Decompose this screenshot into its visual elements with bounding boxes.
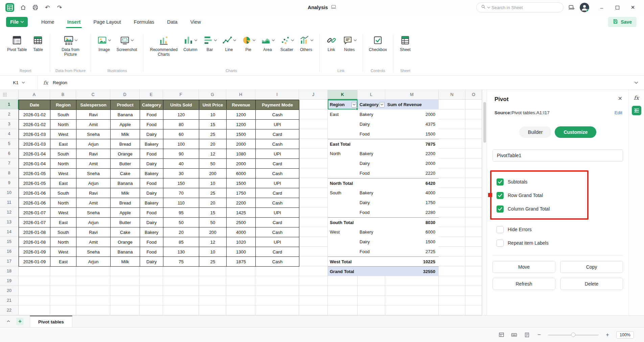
cell-L7[interactable]: Dairy	[358, 158, 385, 168]
row-header-5[interactable]: 5	[0, 139, 19, 149]
link-button[interactable]: Link	[323, 33, 340, 53]
recommended-charts-button[interactable]: Recommended Charts	[147, 33, 180, 58]
vertical-scrollbar-thumb[interactable]	[483, 102, 486, 143]
cell-E16[interactable]: Food	[140, 247, 163, 257]
cell-A11[interactable]: 2026-01-06	[19, 198, 50, 208]
cell-I10[interactable]: Card	[256, 188, 299, 198]
cell-I5[interactable]: Cash	[256, 139, 299, 149]
cell-H3[interactable]: 1200	[227, 120, 256, 129]
cell-G7[interactable]: 50	[199, 159, 227, 169]
cell-K5[interactable]: East Total	[328, 139, 385, 149]
column-header-l[interactable]: L	[358, 90, 385, 100]
cell-B6[interactable]: South	[50, 149, 76, 159]
chevron-down-icon[interactable]	[310, 40, 313, 41]
cell-H11[interactable]: 2200	[227, 198, 256, 208]
grid-body[interactable]: DateRegionSalespersonProductCategoryUnit…	[19, 100, 482, 315]
row-header-15[interactable]: 15	[0, 237, 19, 247]
column-header-m[interactable]: M	[385, 90, 439, 100]
user-avatar[interactable]	[580, 3, 589, 12]
column-header-k[interactable]: K	[328, 90, 358, 100]
pivot-table-name-input[interactable]	[492, 149, 623, 162]
cell-G17[interactable]: 25	[199, 257, 227, 267]
column-grand-total-option[interactable]: Column Grand Total	[487, 202, 628, 216]
repeat-item-labels-option[interactable]: Repeat item Labels	[487, 236, 628, 250]
search-box[interactable]	[476, 2, 564, 13]
cell-M10[interactable]: 4000	[385, 188, 439, 198]
cell-D2[interactable]: Banana	[111, 110, 140, 120]
cell-E11[interactable]: Bakery	[140, 198, 163, 208]
ribbon-tab-formulas[interactable]: Formulas	[129, 15, 160, 29]
cell-G11[interactable]: 20	[199, 198, 227, 208]
cell-K2[interactable]: East	[328, 109, 358, 119]
cell-C13[interactable]: Arjun	[76, 218, 111, 227]
cell-H17[interactable]: 1875	[227, 257, 256, 267]
maximize-button[interactable]	[610, 2, 625, 13]
cell-G9[interactable]: 10	[199, 178, 227, 188]
cell-M12[interactable]: 2280	[385, 207, 439, 217]
cell-B12[interactable]: West	[50, 208, 76, 218]
ribbon-tab-home[interactable]: Home	[36, 15, 60, 29]
cell-F5[interactable]: 100	[163, 139, 199, 149]
column-header-o[interactable]: O	[465, 90, 482, 100]
column-header-j[interactable]: J	[299, 90, 328, 100]
chevron-down-icon[interactable]	[253, 40, 255, 41]
scatter-button[interactable]: Scatter	[278, 33, 296, 53]
cell-D16[interactable]: Banana	[111, 247, 140, 257]
cell-M11[interactable]: 1750	[385, 198, 439, 207]
cell-E3[interactable]: Food	[140, 120, 163, 129]
home-icon[interactable]	[20, 4, 26, 11]
subtotals-option[interactable]: Subtotals	[487, 175, 628, 189]
app-logo-icon[interactable]	[5, 3, 14, 12]
cell-E14[interactable]: Bakery	[140, 227, 163, 237]
cell-D10[interactable]: Milk	[111, 188, 140, 198]
cell-L1[interactable]: Category	[358, 100, 385, 109]
cell-G8[interactable]: 200	[199, 169, 227, 178]
cell-A9[interactable]: 2026-01-05	[19, 178, 50, 188]
cell-E15[interactable]: Food	[140, 237, 163, 247]
cell-I2[interactable]: Cash	[256, 110, 299, 120]
grid-view-icon[interactable]	[498, 332, 505, 338]
hide-errors-option[interactable]: Hide Errors	[487, 223, 628, 236]
cell-H1[interactable]: Revenue	[227, 100, 256, 110]
cell-L12[interactable]: Food	[358, 207, 385, 217]
cell-M15[interactable]: 1500	[385, 237, 439, 247]
cell-K17[interactable]: West Total	[328, 256, 385, 266]
cell-H4[interactable]: 1500	[227, 129, 256, 139]
cell-A8[interactable]: 2026-01-05	[19, 169, 50, 178]
copy-button[interactable]: Copy	[560, 261, 623, 273]
cell-K8[interactable]	[328, 168, 358, 178]
cell-L15[interactable]: Dairy	[358, 237, 385, 247]
cell-M14[interactable]: 6000	[385, 227, 439, 237]
cell-A10[interactable]: 2026-01-06	[19, 188, 50, 198]
cell-B5[interactable]: East	[50, 139, 76, 149]
cell-M1[interactable]: Sum of Revenue	[385, 100, 439, 109]
move-button[interactable]: Move	[492, 261, 555, 273]
row-header-16[interactable]: 16	[0, 247, 19, 256]
zoom-slider[interactable]	[548, 333, 599, 337]
row-header-7[interactable]: 7	[0, 158, 19, 168]
cell-L14[interactable]: Bakery	[358, 227, 385, 237]
cell-B13[interactable]: East	[50, 218, 76, 227]
cell-I3[interactable]: UPI	[256, 120, 299, 129]
cell-G14[interactable]: 200	[199, 227, 227, 237]
cell-M13[interactable]: 8030	[385, 217, 439, 227]
chevron-down-icon[interactable]	[75, 40, 77, 41]
row-header-8[interactable]: 8	[0, 168, 19, 178]
cell-E10[interactable]: Dairy	[140, 188, 163, 198]
pie-button[interactable]: Pie	[239, 33, 258, 53]
cell-E9[interactable]: Food	[140, 178, 163, 188]
cell-F1[interactable]: Units Sold	[163, 100, 199, 110]
cell-D1[interactable]: Product	[111, 100, 140, 110]
cell-B7[interactable]: North	[50, 159, 76, 169]
checked-checkbox[interactable]	[497, 178, 504, 186]
cell-C2[interactable]: Ravi	[76, 110, 111, 120]
cell-G2[interactable]: 10	[199, 110, 227, 120]
cell-H12[interactable]: 1425	[227, 208, 256, 218]
row-header-14[interactable]: 14	[0, 227, 19, 237]
name-box[interactable]: K1	[0, 76, 38, 90]
cell-F10[interactable]: 70	[163, 188, 199, 198]
cell-E4[interactable]: Dairy	[140, 129, 163, 139]
column-header-e[interactable]: E	[140, 90, 163, 100]
cell-K9[interactable]: North Total	[328, 178, 385, 188]
cell-K1[interactable]: Region	[328, 100, 358, 109]
